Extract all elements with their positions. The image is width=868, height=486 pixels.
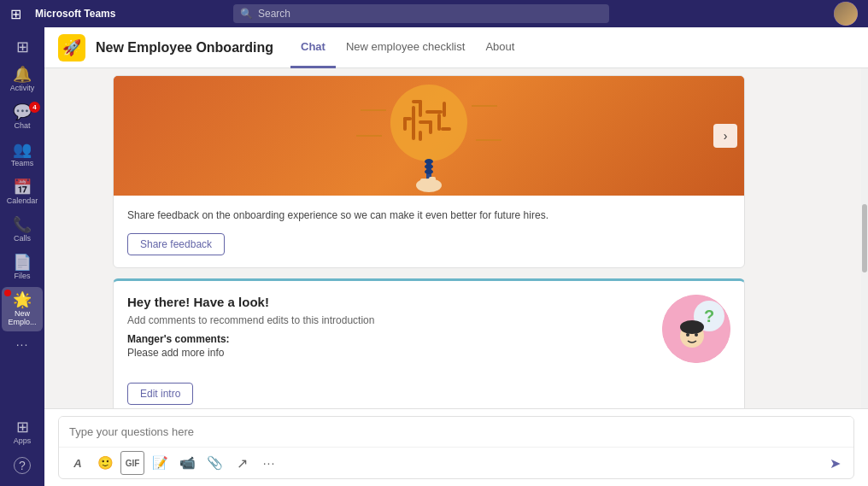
svg-point-15: [425, 164, 433, 169]
search-input[interactable]: [258, 8, 602, 20]
files-label: Files: [14, 272, 30, 280]
apps-label: Apps: [14, 436, 32, 445]
meet-icon[interactable]: 📹: [175, 451, 199, 475]
chat-badge: 4: [29, 102, 40, 113]
svg-rect-18: [420, 179, 427, 189]
card-image: ›: [114, 76, 744, 196]
activity-label: Activity: [10, 84, 35, 92]
svg-point-29: [686, 333, 689, 337]
more-options-icon[interactable]: ···: [257, 451, 281, 475]
card2-illustration: ?: [662, 295, 730, 363]
channel-tabs: Chat New employee checklist About: [290, 27, 525, 68]
svg-rect-4: [425, 110, 443, 114]
app-title: Microsoft Teams: [35, 8, 115, 20]
svg-point-30: [695, 333, 698, 337]
card-next-arrow[interactable]: ›: [713, 124, 737, 148]
grid-icon: ⊞: [16, 39, 29, 55]
avatar[interactable]: [834, 2, 858, 26]
sidebar-item-calls[interactable]: 📞 Calls: [2, 212, 43, 248]
calls-icon: 📞: [13, 217, 32, 232]
svg-rect-19: [429, 177, 436, 189]
sidebar-item-apps[interactable]: ⊞ Apps: [2, 414, 43, 450]
calendar-icon: 📅: [13, 179, 32, 195]
svg-rect-8: [419, 131, 422, 141]
teams-label: Teams: [11, 159, 34, 167]
content-area: 🚀 New Employee Onboarding Chat New emplo…: [44, 27, 868, 486]
files-icon: 📄: [13, 255, 32, 270]
loop-icon[interactable]: ↗: [230, 451, 254, 475]
send-button[interactable]: ➤: [823, 451, 847, 475]
calendar-label: Calendar: [7, 196, 38, 205]
sticker-icon[interactable]: 📝: [148, 451, 172, 475]
input-toolbar: A 🙂 GIF 📝 📹 📎 ↗ ··· ➤: [59, 447, 853, 478]
notification-dot: [4, 290, 11, 296]
tab-chat[interactable]: Chat: [290, 27, 336, 68]
svg-rect-7: [429, 120, 432, 134]
svg-rect-12: [441, 127, 451, 131]
search-icon: 🔍: [240, 8, 253, 20]
input-area: A 🙂 GIF 📝 📹 📎 ↗ ··· ➤: [44, 408, 868, 486]
sidebar-item-files[interactable]: 📄 Files: [2, 249, 43, 285]
svg-point-14: [425, 159, 433, 164]
emoji-icon[interactable]: 🙂: [93, 451, 117, 475]
sidebar: ⊞ 🔔 Activity 4 💬 Chat 👥 Teams 📅 Calendar…: [0, 27, 44, 486]
sidebar-item-calendar[interactable]: 📅 Calendar: [2, 174, 43, 210]
search-box[interactable]: 🔍: [233, 4, 609, 23]
person-bubble: ?: [662, 295, 730, 363]
channel-title: New Employee Onboarding: [96, 40, 273, 56]
activity-icon: 🔔: [13, 67, 32, 82]
help-icon: ?: [14, 457, 31, 474]
person-svg: ?: [662, 295, 730, 363]
svg-rect-10: [403, 117, 407, 131]
intro-card: Hey there! Have a look! Add comments to …: [113, 278, 745, 408]
tab-about[interactable]: About: [475, 27, 525, 68]
apps-icon: ⊞: [16, 419, 29, 435]
edit-intro-button[interactable]: Edit intro: [127, 383, 193, 405]
svg-point-16: [425, 169, 433, 174]
teams-icon: 👥: [13, 142, 32, 157]
scrollbar[interactable]: [861, 68, 868, 408]
card2-footer: Edit intro: [114, 383, 744, 408]
card2-title: Hey there! Have a look!: [127, 295, 652, 309]
attach-icon[interactable]: 📎: [202, 451, 226, 475]
gif-icon[interactable]: GIF: [120, 451, 144, 475]
chat-label: Chat: [14, 121, 30, 130]
channel-icon: 🚀: [58, 34, 85, 61]
message-input[interactable]: [59, 417, 853, 447]
sidebar-item-teams[interactable]: 👥 Teams: [2, 137, 43, 173]
sidebar-item-chat[interactable]: 4 💬 Chat: [2, 99, 43, 135]
sidebar-item-help[interactable]: ?: [2, 452, 43, 479]
more-icon: ···: [16, 338, 29, 350]
share-feedback-button[interactable]: Share feedback: [127, 233, 225, 255]
brain-illustration: [114, 76, 744, 196]
svg-rect-11: [437, 114, 441, 131]
svg-rect-5: [443, 102, 446, 117]
feedback-card: › Share feedback on the onboarding exper…: [113, 75, 745, 268]
format-icon[interactable]: A: [66, 451, 90, 475]
app-grid-icon[interactable]: ⊞: [10, 6, 21, 22]
new-employee-icon: 🌟: [13, 292, 32, 307]
card2-body: Hey there! Have a look! Add comments to …: [114, 281, 744, 383]
calls-label: Calls: [14, 234, 31, 243]
card2-comments-label: Manger's comments:: [127, 333, 652, 345]
input-box: A 🙂 GIF 📝 📹 📎 ↗ ··· ➤: [58, 416, 854, 479]
card2-desc: Add comments to recommend edits to this …: [127, 314, 652, 326]
svg-point-28: [680, 320, 704, 334]
sidebar-item-new-employee[interactable]: 🌟 New Emplo...: [2, 287, 43, 331]
tab-checklist[interactable]: New employee checklist: [336, 27, 475, 68]
brain-svg: [292, 76, 566, 196]
card-description: Share feedback on the onboarding experie…: [127, 208, 730, 223]
sidebar-item-grid[interactable]: ⊞: [2, 34, 43, 60]
svg-text:?: ?: [704, 307, 714, 325]
card2-comments-value: Please add more info: [127, 347, 652, 359]
channel-header: 🚀 New Employee Onboarding Chat New emplo…: [44, 27, 868, 68]
messages-area[interactable]: › Share feedback on the onboarding exper…: [44, 68, 868, 408]
titlebar: ⊞ Microsoft Teams 🔍: [0, 0, 868, 27]
svg-rect-3: [412, 100, 422, 103]
svg-rect-1: [412, 106, 415, 140]
card-body: Share feedback on the onboarding experie…: [114, 196, 744, 267]
sidebar-item-activity[interactable]: 🔔 Activity: [2, 61, 43, 97]
card2-content: Hey there! Have a look! Add comments to …: [127, 295, 652, 369]
new-employee-label: New Emplo...: [5, 309, 39, 326]
sidebar-item-more[interactable]: ···: [2, 333, 43, 355]
